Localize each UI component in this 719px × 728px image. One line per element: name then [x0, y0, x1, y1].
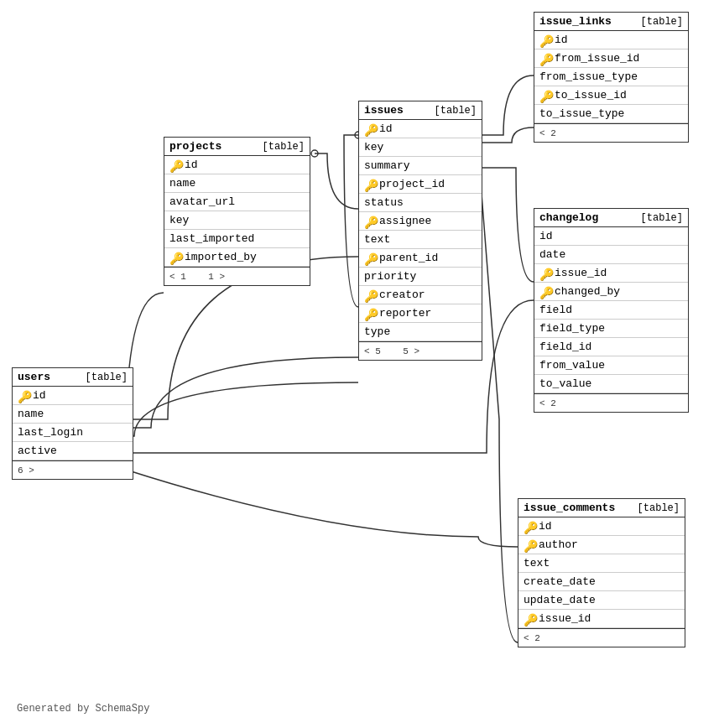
col-key: key	[169, 214, 305, 226]
col-field-type: field_type	[539, 322, 683, 335]
col-changed-by: changed_by	[555, 285, 683, 298]
col-date: date	[539, 248, 683, 261]
col-author: author	[539, 538, 680, 551]
issues-table: issues [table] 🔑 id key summary 🔑 projec…	[358, 101, 482, 361]
key-gray-icon: 🔑	[364, 216, 376, 227]
issue-links-footer-text: < 2	[539, 128, 556, 138]
table-row: from_value	[534, 356, 688, 375]
issues-table-header: issues [table]	[359, 101, 482, 120]
table-row: text	[518, 554, 685, 573]
table-row: 🔑 assignee	[359, 212, 482, 231]
table-row: create_date	[518, 573, 685, 591]
users-table-footer: 6 >	[13, 460, 133, 479]
users-table-tag: [table]	[86, 372, 128, 383]
table-row: name	[13, 405, 133, 424]
users-footer-text: 6 >	[18, 465, 34, 476]
table-row: from_issue_type	[534, 68, 688, 86]
generated-by-text: Generated by SchemaSpy	[17, 703, 149, 715]
users-table-header: users [table]	[13, 368, 133, 387]
col-last-login: last_login	[18, 426, 128, 439]
issue-links-header: issue_links [table]	[534, 13, 688, 31]
col-text: text	[524, 557, 680, 569]
col-assignee: assignee	[379, 215, 477, 227]
changelog-table: changelog [table] id date 🔑 issue_id 🔑 c…	[534, 208, 689, 413]
key-icon: 🔑	[524, 521, 535, 533]
key-icon: 🔑	[169, 159, 181, 171]
key-icon: 🔑	[539, 34, 551, 46]
table-row: id	[534, 227, 688, 246]
table-row: status	[359, 194, 482, 212]
table-row: date	[534, 246, 688, 264]
table-row: 🔑 reporter	[359, 304, 482, 323]
table-row: key	[164, 211, 310, 230]
table-row: priority	[359, 268, 482, 286]
table-row: field_type	[534, 320, 688, 338]
col-to-issue-id: to_issue_id	[555, 89, 683, 101]
col-id: id	[539, 520, 680, 533]
table-row: last_login	[13, 424, 133, 442]
col-from-issue-type: from_issue_type	[539, 70, 683, 83]
projects-table: projects [table] 🔑 id name avatar_url ke…	[164, 137, 310, 286]
key-icon: 🔑	[364, 123, 376, 135]
table-row: type	[359, 323, 482, 341]
projects-footer-text: < 1 1 >	[169, 272, 225, 282]
table-row: 🔑 to_issue_id	[534, 86, 688, 105]
col-name: name	[18, 408, 128, 420]
table-row: 🔑 issue_id	[518, 610, 685, 628]
issues-table-tag: [table]	[435, 105, 477, 117]
table-row: 🔑 from_issue_id	[534, 49, 688, 68]
issue-links-table: issue_links [table] 🔑 id 🔑 from_issue_id…	[534, 12, 689, 143]
col-type: type	[364, 325, 477, 338]
table-row: field_id	[534, 338, 688, 356]
col-last-imported: last_imported	[169, 232, 305, 245]
col-avatar-url: avatar_url	[169, 195, 305, 208]
key-gray-icon: 🔑	[539, 286, 551, 298]
table-row: 🔑 imported_by	[164, 248, 310, 267]
col-to-issue-type: to_issue_type	[539, 107, 683, 120]
projects-table-header: projects [table]	[164, 138, 310, 156]
table-row: 🔑 id	[534, 31, 688, 49]
col-summary: summary	[364, 159, 477, 172]
table-row: 🔑 parent_id	[359, 249, 482, 268]
key-gray-icon: 🔑	[169, 252, 181, 263]
generated-by: Generated by SchemaSpy	[17, 703, 149, 715]
table-row: 🔑 id	[359, 120, 482, 138]
table-row: 🔑 id	[518, 517, 685, 536]
col-key: key	[364, 141, 477, 153]
issue-comments-table: issue_comments [table] 🔑 id 🔑 author tex…	[518, 498, 685, 647]
projects-table-footer: < 1 1 >	[164, 267, 310, 285]
table-row: 🔑 issue_id	[534, 264, 688, 283]
users-table: users [table] 🔑 id name last_login activ…	[12, 367, 133, 480]
table-row: to_issue_type	[534, 105, 688, 123]
key-gray-icon: 🔑	[524, 613, 535, 625]
changelog-tag: [table]	[641, 212, 683, 224]
table-row: avatar_url	[164, 193, 310, 211]
key-gray-icon: 🔑	[539, 268, 551, 279]
changelog-name: changelog	[539, 211, 598, 224]
col-id: id	[33, 389, 128, 402]
col-from-value: from_value	[539, 359, 683, 372]
projects-table-tag: [table]	[263, 141, 305, 153]
issues-footer-text: < 5 5 >	[364, 346, 419, 356]
col-to-value: to_value	[539, 377, 683, 390]
col-from-issue-id: from_issue_id	[555, 52, 683, 65]
col-id: id	[185, 159, 305, 171]
changelog-footer-text: < 2	[539, 398, 556, 408]
col-id: id	[539, 230, 683, 242]
col-active: active	[18, 445, 128, 457]
col-issue-id: issue_id	[555, 267, 683, 279]
col-name: name	[169, 177, 305, 190]
key-icon: 🔑	[18, 390, 29, 402]
table-row: 🔑 id	[13, 387, 133, 405]
issue-comments-tag: [table]	[638, 502, 680, 514]
table-row: update_date	[518, 591, 685, 610]
table-row: to_value	[534, 375, 688, 393]
table-row: name	[164, 174, 310, 193]
table-row: summary	[359, 157, 482, 175]
users-table-name: users	[18, 371, 50, 383]
table-row: 🔑 author	[518, 536, 685, 554]
key-gray-icon: 🔑	[524, 539, 535, 551]
changelog-header: changelog [table]	[534, 209, 688, 227]
key-gray-icon: 🔑	[364, 252, 376, 264]
issue-comments-name: issue_comments	[524, 502, 615, 514]
